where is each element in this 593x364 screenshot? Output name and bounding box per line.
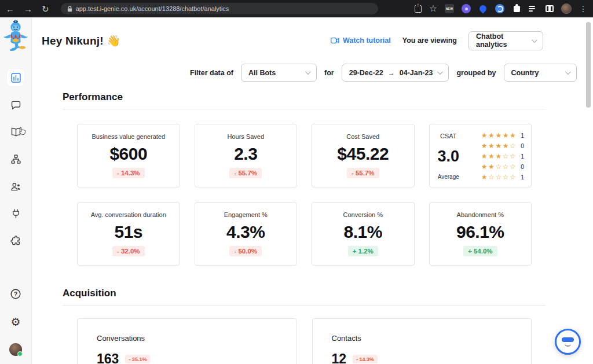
extension-flame-icon[interactable] xyxy=(478,4,488,13)
date-start-value: 29-Dec-22 xyxy=(349,69,383,77)
date-end-value: 04-Jan-23 xyxy=(400,69,433,77)
view-select-value: Chatbot analytics xyxy=(476,32,525,49)
filter-bar: Filter data of All Bots for 29-Dec-22 → … xyxy=(190,64,577,82)
metric-label: Hours Saved xyxy=(227,133,264,140)
metric-label: Business value generated xyxy=(91,133,165,140)
svg-text:?: ? xyxy=(14,291,17,297)
extension-circle-icon[interactable] xyxy=(495,4,504,13)
lock-icon xyxy=(67,6,72,12)
chevron-down-icon xyxy=(532,37,537,43)
acquisition-section: Acquisition Conversations 163 - 35.1% Co… xyxy=(63,288,546,364)
csat-rating-count: 0 xyxy=(521,163,524,170)
view-select[interactable]: Chatbot analytics xyxy=(468,31,543,50)
settings-gear-icon: ⚙ xyxy=(10,317,20,328)
acquisition-card-contacts: Contacts 12 - 14.3% xyxy=(312,318,532,364)
chevron-down-icon xyxy=(437,69,443,75)
menu-kebab-icon[interactable]: ⋮ xyxy=(579,5,587,13)
browser-profile-avatar[interactable] xyxy=(561,3,572,14)
sidebar-item-knowledge-base[interactable] xyxy=(7,123,24,141)
metric-value: 8.1% xyxy=(344,222,382,242)
metric-card-engagement: Engagement % 4.3% - 50.0% xyxy=(195,202,298,266)
video-camera-icon xyxy=(331,37,339,44)
share-icon[interactable] xyxy=(415,5,422,13)
csat-rating-count: 1 xyxy=(521,174,524,181)
forward-icon[interactable]: → xyxy=(24,5,32,13)
puzzle-icon xyxy=(10,235,22,247)
extension-new-icon[interactable]: NEW xyxy=(445,4,454,13)
metric-card-abandonment: Abandonment % 96.1% + 54.0% xyxy=(429,202,532,266)
sidebar-item-bot-flows[interactable] xyxy=(7,150,24,168)
acquisition-delta-badge: - 14.3% xyxy=(353,355,378,363)
sidebar-item-analytics[interactable] xyxy=(7,69,24,86)
sidebar-item-contacts[interactable] xyxy=(7,178,24,195)
genie-logo xyxy=(2,19,29,55)
bar-chart-analytics-icon xyxy=(10,72,22,84)
acquisition-card-conversations: Conversations 163 - 35.1% xyxy=(77,318,297,364)
sidebar-toggle-icon[interactable] xyxy=(546,5,554,12)
sidebar-item-profile[interactable] xyxy=(7,341,24,358)
date-range-arrow-icon: → xyxy=(388,69,395,77)
address-bar[interactable]: app.test.i-genie.co.uk/account/13288/cha… xyxy=(61,3,378,14)
sidebar-item-help[interactable]: ? xyxy=(7,285,24,303)
profile-avatar xyxy=(9,343,22,356)
extensions-puzzle-icon[interactable] xyxy=(512,4,521,13)
csat-rating-row: ★★★☆☆1 xyxy=(481,153,524,160)
flow-hierarchy-icon xyxy=(10,153,22,166)
metric-value: 96.1% xyxy=(456,222,504,242)
bot-face-icon xyxy=(562,337,574,342)
sidebar-item-integrations[interactable] xyxy=(7,205,24,222)
metric-label: Avg. conversation duration xyxy=(91,211,166,218)
book-icon xyxy=(10,126,22,138)
metric-value: 51s xyxy=(114,222,142,242)
csat-rating-count: 0 xyxy=(521,142,524,149)
csat-rating-row: ★★★★☆0 xyxy=(481,142,524,149)
star-rating-icons: ★☆☆☆☆ xyxy=(481,174,517,181)
group-by-select[interactable]: Country xyxy=(504,64,577,82)
csat-ratings: ★★★★★1★★★★☆0★★★☆☆1★★☆☆☆0★☆☆☆☆1 xyxy=(480,131,525,181)
media-queue-icon[interactable] xyxy=(529,4,538,13)
metric-delta-badge: - 14.3% xyxy=(112,168,145,178)
chat-widget-launcher[interactable] xyxy=(555,329,581,355)
users-icon xyxy=(10,181,22,193)
plug-icon xyxy=(10,208,22,220)
metric-delta-badge: - 55.7% xyxy=(347,168,379,178)
chevron-down-icon xyxy=(565,69,570,75)
metric-value: 2.3 xyxy=(234,144,257,164)
main-content: Hey Nikunj! 👋 Watch tutorial You are vie… xyxy=(32,17,593,364)
performance-title: Performance xyxy=(63,91,546,103)
extension-flower-icon[interactable] xyxy=(462,4,471,13)
performance-section: Performance Business value generated $60… xyxy=(63,91,546,266)
url-text: app.test.i-genie.co.uk/account/13288/cha… xyxy=(76,5,229,12)
csat-rating-count: 1 xyxy=(521,132,524,139)
sidebar-item-conversations[interactable] xyxy=(7,96,24,113)
metric-card-cost-saved: Cost Saved $45.22 - 55.7% xyxy=(312,124,415,187)
metric-card-csat: CSAT 3.0 Average ★★★★★1★★★★☆0★★★☆☆1★★☆☆☆… xyxy=(429,124,532,187)
scrollbar-thumb[interactable] xyxy=(586,22,591,108)
star-rating-icons: ★★★☆☆ xyxy=(481,153,517,160)
metric-label: Conversion % xyxy=(343,211,383,218)
watch-tutorial-link[interactable]: Watch tutorial xyxy=(331,36,391,45)
help-icon: ? xyxy=(9,288,22,300)
section-divider xyxy=(63,109,546,109)
chevron-down-icon xyxy=(305,69,311,75)
page-greeting: Hey Nikunj! 👋 xyxy=(42,34,120,47)
acquisition-delta-badge: - 35.1% xyxy=(125,355,150,363)
date-range-select[interactable]: 29-Dec-22 → 04-Jan-23 xyxy=(342,64,449,82)
reload-icon[interactable]: ↻ xyxy=(42,5,49,13)
csat-rating-row: ★★☆☆☆0 xyxy=(481,163,524,170)
sidebar-item-plugins[interactable] xyxy=(7,232,24,249)
grouped-by-label: grouped by xyxy=(456,69,496,77)
section-divider xyxy=(63,305,546,306)
group-by-value: Country xyxy=(511,69,539,77)
bot-filter-select[interactable]: All Bots xyxy=(241,64,317,82)
metric-delta-badge: - 55.7% xyxy=(229,168,262,178)
metric-card-business-value: Business value generated $600 - 14.3% xyxy=(77,124,180,187)
sidebar-item-settings[interactable]: ⚙ xyxy=(7,313,24,330)
viewing-label: You are viewing xyxy=(402,36,457,45)
acquisition-value: 12 xyxy=(332,351,347,364)
watch-tutorial-label: Watch tutorial xyxy=(343,36,391,45)
back-icon[interactable]: ← xyxy=(6,5,14,13)
star-rating-icons: ★★★★☆ xyxy=(481,142,517,149)
bot-smile-icon xyxy=(565,344,571,347)
bookmark-star-icon[interactable]: ☆ xyxy=(429,4,437,13)
